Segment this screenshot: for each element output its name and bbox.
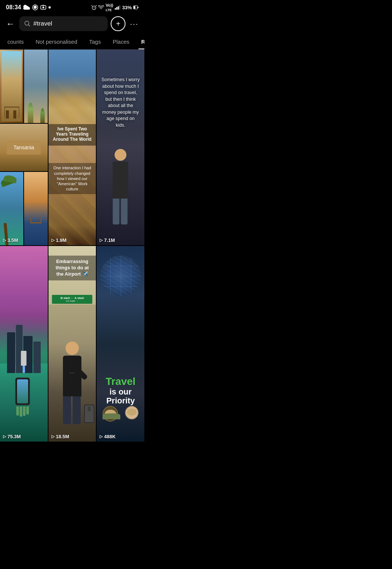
svg-rect-10 bbox=[138, 7, 138, 8]
play-count-airport-teen: ▷ 18.5M bbox=[51, 434, 69, 439]
back-button[interactable]: ← bbox=[4, 17, 16, 30]
travel-white-text: is our Priority bbox=[100, 387, 141, 405]
wifi-icon bbox=[98, 5, 104, 10]
battery-percent: 33% bbox=[122, 5, 132, 10]
tansania-label: Tansania bbox=[13, 144, 34, 150]
tile-airport-man[interactable]: Sometimes I worry about how much I spend… bbox=[97, 50, 144, 245]
svg-point-2 bbox=[42, 7, 44, 9]
svg-rect-9 bbox=[134, 6, 135, 9]
ceiling-title: Ive Spent Two Years Traveling Around The… bbox=[51, 126, 93, 142]
signal-icon bbox=[115, 5, 121, 10]
search-bar: ← #travel + ··· bbox=[0, 13, 144, 34]
tab-tags[interactable]: Tags bbox=[83, 34, 107, 49]
play-count-mosaic: ▷ 3.5M bbox=[3, 237, 18, 243]
status-right: Vo))LTE 33% bbox=[91, 3, 138, 12]
battery-icon bbox=[133, 6, 138, 9]
search-query: #travel bbox=[33, 20, 52, 27]
photo-icon bbox=[40, 5, 46, 10]
status-left: 08:34 bbox=[6, 4, 51, 11]
more-options-button[interactable]: ··· bbox=[128, 18, 140, 30]
svg-rect-6 bbox=[118, 6, 119, 10]
search-icon bbox=[24, 21, 30, 27]
ceiling-subtitle: One interaction I had completely changed… bbox=[51, 165, 93, 192]
tab-counts[interactable]: counts bbox=[1, 34, 30, 49]
whatsapp-icon bbox=[32, 4, 38, 10]
notification-dot bbox=[48, 6, 51, 9]
cloud-icon bbox=[23, 5, 30, 10]
lte-label: Vo))LTE bbox=[105, 3, 113, 12]
airport-teen-title: Embarrassing things to do at the Airport… bbox=[52, 259, 93, 277]
status-time: 08:34 bbox=[6, 4, 21, 11]
search-input-wrap[interactable]: #travel bbox=[19, 16, 108, 31]
tab-reels[interactable]: Reels bbox=[135, 34, 145, 49]
status-bar: 08:34 Vo))LTE 33% bbox=[0, 0, 144, 13]
tile-travel-priority[interactable]: Travel is our Priority ▷ 488K bbox=[97, 246, 144, 442]
travel-green-text: Travel bbox=[100, 376, 141, 387]
svg-point-11 bbox=[25, 21, 29, 25]
tile-airport-teen[interactable]: Gate A → Gate B 1A Gate → ◆◆◆ bbox=[48, 246, 96, 442]
play-count-singapore: ▷ 75.3M bbox=[3, 434, 21, 439]
create-button[interactable]: + bbox=[111, 16, 125, 31]
tile-singapore[interactable]: ▷ 75.3M bbox=[0, 246, 48, 442]
alarm-icon bbox=[91, 5, 97, 10]
tile-ceiling[interactable]: Ive Spent Two Years Traveling Around The… bbox=[48, 50, 96, 245]
play-count-travel-priority: ▷ 488K bbox=[100, 434, 115, 439]
svg-rect-4 bbox=[115, 8, 116, 10]
play-count-ceiling: ▷ 1.9M bbox=[51, 237, 67, 243]
tile-mosaic[interactable]: Tansania ▷ 3.5M bbox=[0, 50, 48, 245]
svg-rect-5 bbox=[116, 7, 117, 10]
tab-not-personalised[interactable]: Not personalised bbox=[30, 34, 83, 49]
airport-man-text: Sometimes I worry about how much I spend… bbox=[101, 77, 140, 129]
reels-grid: Tansania ▷ 3.5M bbox=[0, 50, 144, 442]
svg-rect-7 bbox=[119, 5, 120, 10]
tab-places[interactable]: Places bbox=[107, 34, 135, 49]
play-count-airport-man: ▷ 7.1M bbox=[100, 237, 115, 243]
tabs-container: counts Not personalised Tags Places Reel… bbox=[0, 34, 144, 50]
